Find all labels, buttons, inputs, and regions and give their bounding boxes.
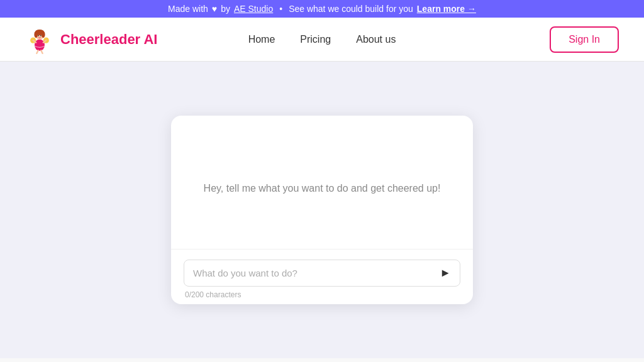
svg-point-4 (42, 31, 45, 37)
svg-point-9 (33, 38, 35, 40)
by-text: by (221, 4, 230, 14)
top-banner: Made with ♥ by AE Studio • See what we c… (0, 0, 644, 18)
char-count: 0/200 characters (184, 290, 460, 299)
main-content: Hey, tell me what you want to do and get… (0, 62, 644, 358)
chat-placeholder: Hey, tell me what you want to do and get… (204, 183, 441, 194)
nav: Home Pricing About us (248, 34, 396, 45)
learn-more-link[interactable]: Learn more → (417, 4, 476, 14)
sign-in-button[interactable]: Sign In (550, 26, 619, 53)
logo[interactable]: Cheerleader AI (25, 25, 157, 54)
chat-card: Hey, tell me what you want to do and get… (171, 116, 473, 304)
chat-input-area: ► 0/200 characters (171, 249, 473, 304)
svg-line-19 (36, 50, 38, 53)
chat-body: Hey, tell me what you want to do and get… (171, 116, 473, 249)
header: Cheerleader AI Home Pricing About us Sig… (0, 18, 644, 62)
svg-point-5 (38, 35, 39, 36)
nav-pricing[interactable]: Pricing (300, 34, 331, 45)
bullet-separator: • (279, 4, 282, 14)
svg-line-20 (41, 50, 42, 53)
chat-input[interactable] (193, 268, 440, 278)
send-button[interactable]: ► (440, 266, 451, 280)
made-with-text: Made with (168, 4, 208, 14)
send-icon: ► (440, 266, 451, 280)
logo-icon (25, 25, 54, 54)
heart-icon: ♥ (212, 4, 217, 14)
nav-about-us[interactable]: About us (356, 34, 396, 45)
ae-studio-link[interactable]: AE Studio (234, 4, 273, 14)
nav-home[interactable]: Home (248, 34, 275, 45)
svg-point-14 (46, 38, 48, 40)
logo-text: Cheerleader AI (60, 31, 157, 48)
see-text: See what we could build for you (289, 4, 413, 14)
svg-point-6 (40, 35, 42, 36)
svg-point-0 (35, 39, 45, 50)
input-row: ► (184, 260, 460, 287)
svg-point-3 (34, 31, 38, 37)
